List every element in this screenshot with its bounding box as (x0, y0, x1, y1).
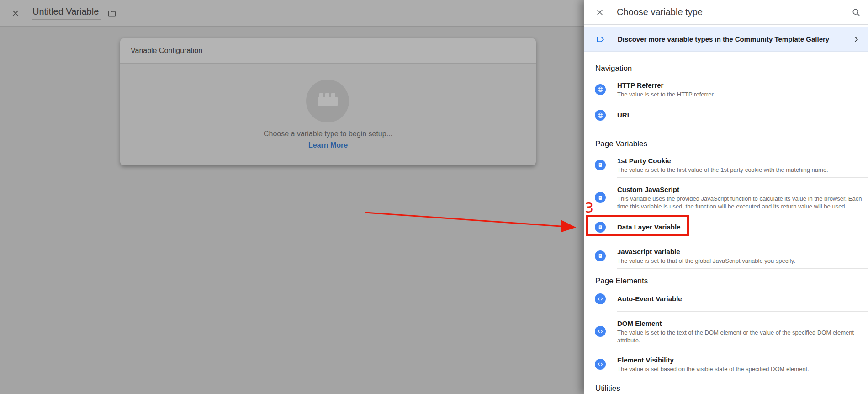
editor-topbar: Untitled Variable (0, 0, 584, 27)
variable-type-auto-event-variable[interactable]: Auto-Event Variable (584, 286, 868, 312)
globe-icon (595, 84, 606, 95)
document-icon (595, 222, 606, 233)
section-label-page-elements: Page Elements (595, 276, 868, 286)
card-body: Choose a variable type to begin setup...… (120, 64, 536, 165)
item-title: JavaScript Variable (617, 247, 795, 257)
variable-name-field[interactable]: Untitled Variable (32, 6, 101, 20)
variable-type-1st-party-cookie[interactable]: 1st Party Cookie The value is set to the… (584, 149, 868, 178)
chevron-right-icon (852, 35, 861, 46)
community-template-gallery-banner[interactable]: Discover more variable types in the Comm… (584, 27, 868, 52)
variable-type-element-visibility[interactable]: Element Visibility The value is set base… (584, 348, 868, 377)
banner-text: Discover more variable types in the Comm… (618, 35, 829, 43)
code-icon (595, 293, 606, 304)
item-title: HTTP Referrer (617, 80, 715, 91)
item-title: URL (617, 110, 631, 120)
variable-type-data-layer-variable[interactable]: Data Layer Variable (584, 214, 868, 240)
item-description: The value is set to the text of the DOM … (617, 329, 863, 344)
code-icon (595, 326, 606, 337)
section-label-utilities: Utilities (595, 383, 868, 394)
template-gallery-tag-icon (596, 34, 606, 44)
variable-type-javascript-variable[interactable]: JavaScript Variable The value is set to … (584, 240, 868, 269)
panel-title: Choose variable type (617, 7, 703, 17)
variable-configuration-card: Variable Configuration Choose a variable… (120, 38, 536, 165)
annotation-step-number: 3 (585, 201, 593, 215)
code-icon (595, 359, 606, 370)
item-description: The value is set to the first value of t… (617, 166, 828, 174)
item-description: The value is set based on the visible st… (617, 365, 809, 373)
section-label-page-variables: Page Variables (595, 139, 868, 149)
section-label-navigation: Navigation (595, 64, 868, 74)
item-description: The value is set to the HTTP referrer. (617, 91, 715, 98)
document-icon (595, 160, 606, 170)
variable-type-dom-element[interactable]: DOM Element The value is set to the text… (584, 312, 868, 348)
globe-icon (595, 110, 606, 121)
folder-icon[interactable] (107, 8, 117, 18)
annotation-arrow (363, 208, 582, 232)
brick-icon (306, 80, 349, 122)
workspace-dimmed-area: Untitled Variable Variable Configuration… (0, 0, 584, 394)
document-icon (595, 250, 606, 261)
variable-type-url[interactable]: URL (584, 102, 868, 128)
panel-header: Choose variable type (584, 0, 868, 25)
search-icon[interactable] (852, 8, 861, 17)
item-title: Data Layer Variable (617, 222, 680, 232)
close-editor-icon[interactable] (11, 9, 20, 18)
card-title: Variable Configuration (120, 38, 536, 64)
close-panel-icon[interactable] (596, 8, 604, 16)
item-title: 1st Party Cookie (617, 156, 828, 166)
variable-type-custom-javascript[interactable]: Custom JavaScript This variable uses the… (584, 178, 868, 214)
item-description: This variable uses the provided JavaScri… (617, 195, 863, 210)
variable-type-http-referrer[interactable]: HTTP Referrer The value is set to the HT… (584, 74, 868, 102)
item-title: DOM Element (617, 319, 863, 329)
item-title: Element Visibility (617, 355, 809, 365)
item-title: Custom JavaScript (617, 185, 863, 195)
document-icon (595, 192, 606, 203)
choose-variable-type-panel: Choose variable type Discover more varia… (584, 0, 868, 394)
learn-more-link[interactable]: Learn More (120, 141, 536, 149)
placeholder-text: Choose a variable type to begin setup... (120, 130, 536, 138)
item-description: The value is set to that of the global J… (617, 257, 795, 265)
item-title: Auto-Event Variable (617, 294, 682, 304)
